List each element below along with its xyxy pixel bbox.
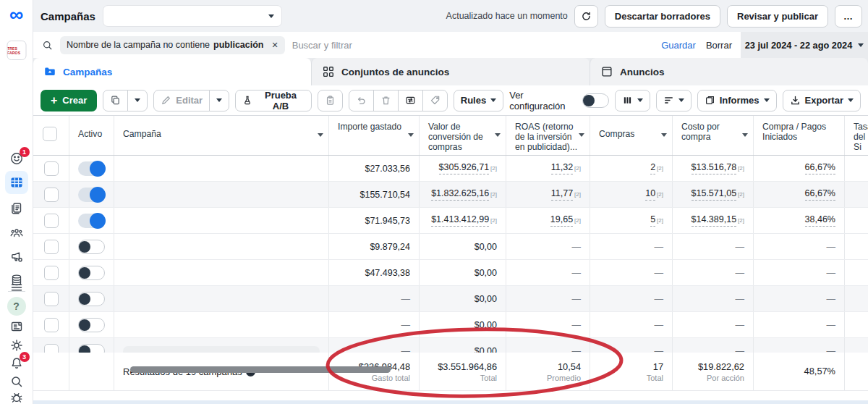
notifications-bell-icon[interactable]: 3: [9, 355, 25, 371]
campaign-name-placeholder: [123, 346, 320, 353]
active-filter-chip[interactable]: Nombre de la campaña no contiene publica…: [60, 36, 285, 54]
updated-status: Actualizado hace un momento: [446, 11, 568, 21]
updates-news-icon[interactable]: [9, 319, 25, 334]
campaign-active-toggle[interactable]: [78, 318, 105, 332]
column-header-conversion-value[interactable]: Valor de conversión de compras: [420, 116, 506, 155]
campaign-active-toggle[interactable]: [78, 240, 105, 254]
columns-icon: [622, 95, 633, 106]
row-checkbox[interactable]: [44, 292, 59, 306]
more-options-button[interactable]: …: [835, 5, 862, 28]
report-bug-icon[interactable]: [9, 390, 25, 404]
edit-button[interactable]: Editar: [153, 90, 210, 111]
clipboard-button[interactable]: [318, 90, 343, 111]
toggle-knob: [79, 293, 90, 305]
horizontal-scrollbar-thumb[interactable]: [130, 366, 391, 373]
row-checkbox[interactable]: [44, 318, 59, 332]
row-checkbox[interactable]: [44, 344, 59, 353]
tab-ads[interactable]: Anuncios: [590, 58, 868, 85]
campaign-name-cell[interactable]: [114, 260, 329, 285]
discard-drafts-button[interactable]: Descartar borradores: [605, 5, 720, 28]
cell-compras: 10[2]: [590, 182, 673, 207]
cell-costo: —: [673, 338, 754, 353]
tab-ad-sets[interactable]: Conjuntos de anuncios: [311, 58, 590, 85]
row-checkbox-cell: [33, 234, 69, 259]
row-checkbox[interactable]: [44, 266, 59, 280]
campaign-active-toggle[interactable]: [78, 266, 105, 280]
column-header-campaign[interactable]: Campaña: [114, 116, 329, 155]
ab-test-button[interactable]: Prueba A/B: [235, 90, 312, 111]
undo-button[interactable]: [349, 90, 374, 111]
ads-megaphone-icon[interactable]: [9, 249, 25, 265]
campaign-name-cell[interactable]: [114, 312, 329, 337]
row-active-cell: [69, 208, 114, 233]
menu-lines-icon[interactable]: [9, 279, 25, 295]
create-button[interactable]: + Crear: [41, 90, 97, 111]
export-dropdown-button[interactable]: Exportar: [783, 90, 861, 111]
delete-button[interactable]: [373, 90, 399, 111]
pages-icon[interactable]: [9, 201, 25, 216]
review-publish-button[interactable]: Revisar y publicar: [727, 5, 828, 28]
column-header-purchases[interactable]: Compras: [590, 116, 673, 155]
help-icon[interactable]: ?: [7, 297, 26, 316]
column-header-active: Activo: [69, 116, 114, 155]
column-header-cost-per-purchase[interactable]: Costo por compra: [673, 116, 754, 155]
duplicate-button[interactable]: [103, 90, 128, 111]
campaign-selector-dropdown[interactable]: [103, 5, 282, 27]
table-row: —$0,00————: [33, 286, 868, 312]
left-nav-rail: ∞ TRES FAROS 1 ?: [0, 0, 33, 404]
cell-compras: 5[2]: [590, 208, 673, 233]
account-overview-icon[interactable]: 1: [9, 151, 25, 167]
select-all-checkbox[interactable]: [43, 127, 57, 141]
meta-logo-icon[interactable]: ∞: [9, 4, 25, 25]
campaign-active-toggle[interactable]: [78, 214, 105, 228]
campaign-name-cell[interactable]: [114, 234, 329, 259]
campaign-name-cell[interactable]: [114, 156, 329, 181]
tab-label: Conjuntos de anuncios: [341, 67, 449, 77]
filter-chip-value: publicación: [213, 40, 263, 50]
search-icon[interactable]: [9, 374, 25, 390]
tab-campaigns[interactable]: Campañas: [33, 58, 311, 85]
clear-filter-link[interactable]: Borrar: [706, 40, 732, 51]
campaigns-table-icon[interactable]: [9, 174, 25, 190]
save-filter-link[interactable]: Guardar: [661, 40, 696, 51]
breakdown-dropdown-button[interactable]: [656, 90, 692, 111]
filter-bar: Nombre de la campaña no contiene publica…: [33, 32, 868, 58]
campaign-name-cell[interactable]: [114, 286, 329, 311]
reports-dropdown-button[interactable]: Informes: [697, 90, 777, 111]
date-range-picker[interactable]: 23 jul 2024 - 22 ago 2024: [741, 32, 868, 58]
columns-dropdown-button[interactable]: [615, 90, 650, 111]
cell-roas: —: [506, 234, 590, 259]
campaign-active-toggle[interactable]: [78, 292, 105, 306]
audiences-icon[interactable]: [9, 225, 25, 241]
duplicate-dropdown-button[interactable]: [127, 90, 148, 111]
refresh-button[interactable]: [574, 5, 598, 28]
search-placeholder[interactable]: Buscar y filtrar: [292, 40, 352, 51]
row-checkbox[interactable]: [44, 214, 59, 228]
row-checkbox[interactable]: [44, 240, 59, 254]
table-toolbar: + Crear Editar: [33, 85, 868, 116]
campaign-active-toggle[interactable]: [78, 344, 105, 353]
campaign-active-toggle[interactable]: [78, 161, 105, 176]
campaign-name-cell[interactable]: [114, 182, 329, 207]
business-avatar[interactable]: TRES FAROS: [7, 41, 26, 60]
campaign-name-cell[interactable]: [114, 338, 329, 353]
settings-gear-icon[interactable]: [9, 337, 25, 353]
campaign-active-toggle[interactable]: [78, 188, 105, 202]
view-setup-toggle[interactable]: [582, 93, 609, 108]
tab-label: Campañas: [63, 67, 112, 77]
remove-filter-icon[interactable]: ✕: [272, 41, 278, 50]
column-header-purchase-checkout[interactable]: Compra / Pagos Iniciados: [754, 116, 845, 155]
edit-dropdown-button[interactable]: [209, 90, 229, 111]
rules-dropdown-button[interactable]: Rules: [454, 90, 503, 111]
cell-roas: 11,32[2]: [506, 156, 590, 181]
row-checkbox[interactable]: [44, 161, 59, 176]
toggle-knob: [79, 241, 90, 253]
row-checkbox[interactable]: [44, 188, 59, 202]
cell-compra_pagos: —: [754, 234, 845, 259]
tag-button[interactable]: [422, 90, 448, 111]
campaign-name-cell[interactable]: [114, 208, 329, 233]
column-header-amount-spent[interactable]: Importe gastado: [329, 116, 420, 155]
column-header-roas[interactable]: ROAS (retorno de la inversión en publici…: [506, 116, 590, 155]
compare-button[interactable]: [398, 90, 423, 111]
cell-costo: —: [673, 312, 754, 337]
